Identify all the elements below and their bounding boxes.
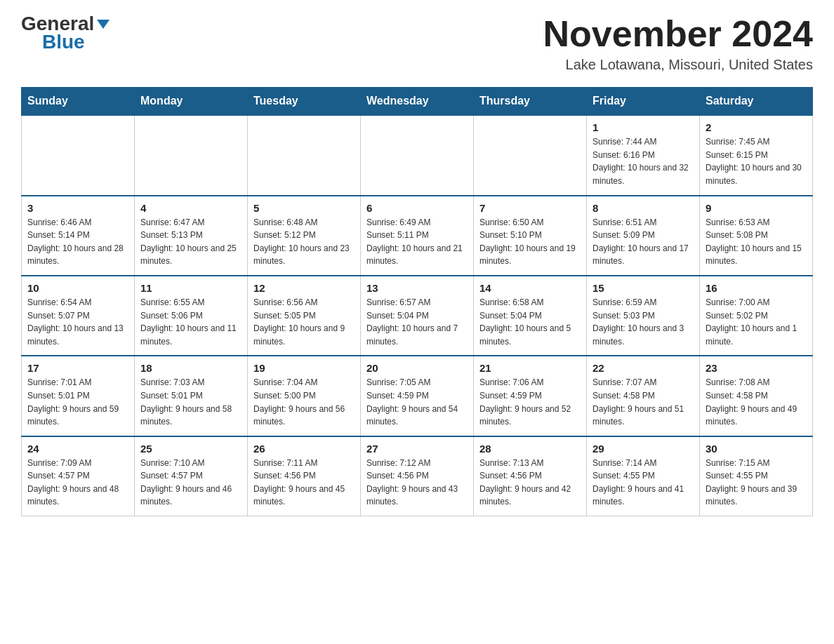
table-row: 18 Sunrise: 7:03 AMSunset: 5:01 PMDaylig… [135,356,248,436]
day-info: Sunrise: 7:12 AMSunset: 4:56 PMDaylight:… [366,458,458,507]
table-row: 26 Sunrise: 7:11 AMSunset: 4:56 PMDaylig… [248,436,361,516]
header-friday: Friday [587,88,700,116]
table-row: 3 Sunrise: 6:46 AMSunset: 5:14 PMDayligh… [22,196,135,276]
table-row: 4 Sunrise: 6:47 AMSunset: 5:13 PMDayligh… [135,196,248,276]
day-number: 5 [253,202,355,214]
day-number: 17 [27,362,128,374]
header-sunday: Sunday [22,88,135,116]
day-info: Sunrise: 7:07 AMSunset: 4:58 PMDaylight:… [593,377,684,427]
table-row: 23 Sunrise: 7:08 AMSunset: 4:58 PMDaylig… [700,356,813,436]
day-info: Sunrise: 6:55 AMSunset: 5:06 PMDaylight:… [140,297,237,347]
calendar-week-row: 3 Sunrise: 6:46 AMSunset: 5:14 PMDayligh… [22,196,813,276]
header-wednesday: Wednesday [361,88,474,116]
day-info: Sunrise: 6:54 AMSunset: 5:07 PMDaylight:… [27,297,124,347]
table-row: 16 Sunrise: 7:00 AMSunset: 5:02 PMDaylig… [700,276,813,356]
table-row: 15 Sunrise: 6:59 AMSunset: 5:03 PMDaylig… [587,276,700,356]
calendar-week-row: 24 Sunrise: 7:09 AMSunset: 4:57 PMDaylig… [22,436,813,516]
day-number: 6 [366,202,468,214]
table-row: 12 Sunrise: 6:56 AMSunset: 5:05 PMDaylig… [248,276,361,356]
day-info: Sunrise: 6:47 AMSunset: 5:13 PMDaylight:… [140,217,237,267]
calendar-week-row: 1 Sunrise: 7:44 AMSunset: 6:16 PMDayligh… [22,115,813,195]
day-info: Sunrise: 7:08 AMSunset: 4:58 PMDaylight:… [706,377,797,427]
table-row: 19 Sunrise: 7:04 AMSunset: 5:00 PMDaylig… [248,356,361,436]
location-subtitle: Lake Lotawana, Missouri, United States [543,57,813,73]
day-number: 7 [479,202,581,214]
table-row [135,115,248,195]
header-saturday: Saturday [700,88,813,116]
day-info: Sunrise: 6:58 AMSunset: 5:04 PMDaylight:… [479,297,571,347]
day-info: Sunrise: 6:46 AMSunset: 5:14 PMDaylight:… [27,217,124,267]
table-row: 28 Sunrise: 7:13 AMSunset: 4:56 PMDaylig… [474,436,587,516]
day-number: 22 [593,362,694,374]
day-number: 8 [593,202,694,214]
day-info: Sunrise: 7:44 AMSunset: 6:16 PMDaylight:… [593,137,689,186]
day-number: 16 [706,282,807,294]
table-row: 17 Sunrise: 7:01 AMSunset: 5:01 PMDaylig… [22,356,135,436]
day-number: 20 [366,362,468,374]
table-row: 2 Sunrise: 7:45 AMSunset: 6:15 PMDayligh… [700,115,813,195]
calendar-week-row: 10 Sunrise: 6:54 AMSunset: 5:07 PMDaylig… [22,276,813,356]
day-number: 30 [706,443,807,455]
table-row: 11 Sunrise: 6:55 AMSunset: 5:06 PMDaylig… [135,276,248,356]
logo-blue: Blue [42,31,85,53]
day-number: 24 [27,443,128,455]
day-number: 28 [479,443,581,455]
table-row: 20 Sunrise: 7:05 AMSunset: 4:59 PMDaylig… [361,356,474,436]
day-number: 10 [27,282,128,294]
table-row: 13 Sunrise: 6:57 AMSunset: 5:04 PMDaylig… [361,276,474,356]
day-number: 23 [706,362,807,374]
calendar-week-row: 17 Sunrise: 7:01 AMSunset: 5:01 PMDaylig… [22,356,813,436]
table-row: 30 Sunrise: 7:15 AMSunset: 4:55 PMDaylig… [700,436,813,516]
table-row: 22 Sunrise: 7:07 AMSunset: 4:58 PMDaylig… [587,356,700,436]
header-monday: Monday [135,88,248,116]
day-number: 13 [366,282,468,294]
day-number: 15 [593,282,694,294]
day-info: Sunrise: 7:10 AMSunset: 4:57 PMDaylight:… [140,458,232,507]
day-info: Sunrise: 7:15 AMSunset: 4:55 PMDaylight:… [706,458,797,507]
day-number: 27 [366,443,468,455]
day-number: 4 [140,202,241,214]
title-section: November 2024 Lake Lotawana, Missouri, U… [543,14,813,73]
day-info: Sunrise: 6:59 AMSunset: 5:03 PMDaylight:… [593,297,684,347]
table-row: 6 Sunrise: 6:49 AMSunset: 5:11 PMDayligh… [361,196,474,276]
day-info: Sunrise: 7:05 AMSunset: 4:59 PMDaylight:… [366,377,458,427]
day-info: Sunrise: 7:03 AMSunset: 5:01 PMDaylight:… [140,377,232,427]
day-number: 26 [253,443,355,455]
table-row [248,115,361,195]
day-number: 19 [253,362,355,374]
table-row: 8 Sunrise: 6:51 AMSunset: 5:09 PMDayligh… [587,196,700,276]
day-number: 2 [706,121,807,133]
header-thursday: Thursday [474,88,587,116]
day-number: 14 [479,282,581,294]
day-number: 25 [140,443,241,455]
calendar-table: Sunday Monday Tuesday Wednesday Thursday… [21,87,813,516]
logo: General Blue [21,14,110,53]
month-title: November 2024 [543,14,813,54]
table-row: 24 Sunrise: 7:09 AMSunset: 4:57 PMDaylig… [22,436,135,516]
table-row: 14 Sunrise: 6:58 AMSunset: 5:04 PMDaylig… [474,276,587,356]
page-header: General Blue November 2024 Lake Lotawana… [21,14,813,73]
day-info: Sunrise: 7:13 AMSunset: 4:56 PMDaylight:… [479,458,571,507]
table-row: 29 Sunrise: 7:14 AMSunset: 4:55 PMDaylig… [587,436,700,516]
calendar-header-row: Sunday Monday Tuesday Wednesday Thursday… [22,88,813,116]
table-row: 7 Sunrise: 6:50 AMSunset: 5:10 PMDayligh… [474,196,587,276]
day-info: Sunrise: 7:14 AMSunset: 4:55 PMDaylight:… [593,458,684,507]
table-row [474,115,587,195]
day-info: Sunrise: 7:01 AMSunset: 5:01 PMDaylight:… [27,377,119,427]
day-number: 12 [253,282,355,294]
header-tuesday: Tuesday [248,88,361,116]
day-number: 11 [140,282,241,294]
day-number: 9 [706,202,807,214]
table-row: 25 Sunrise: 7:10 AMSunset: 4:57 PMDaylig… [135,436,248,516]
day-info: Sunrise: 7:11 AMSunset: 4:56 PMDaylight:… [253,458,345,507]
day-info: Sunrise: 6:50 AMSunset: 5:10 PMDaylight:… [479,217,576,267]
day-number: 21 [479,362,581,374]
day-info: Sunrise: 7:45 AMSunset: 6:15 PMDaylight:… [706,137,802,186]
day-info: Sunrise: 6:48 AMSunset: 5:12 PMDaylight:… [253,217,350,267]
day-info: Sunrise: 6:49 AMSunset: 5:11 PMDaylight:… [366,217,463,267]
day-info: Sunrise: 6:57 AMSunset: 5:04 PMDaylight:… [366,297,458,347]
logo-triangle-icon [97,20,110,29]
day-info: Sunrise: 7:04 AMSunset: 5:00 PMDaylight:… [253,377,345,427]
day-info: Sunrise: 6:53 AMSunset: 5:08 PMDaylight:… [706,217,802,267]
table-row: 5 Sunrise: 6:48 AMSunset: 5:12 PMDayligh… [248,196,361,276]
